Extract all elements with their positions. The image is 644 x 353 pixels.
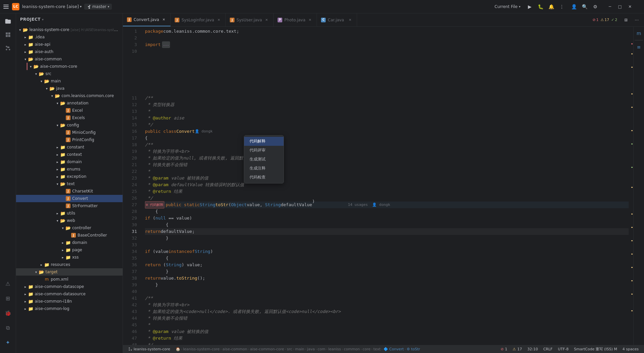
tree-item-aise-common-datasource[interactable]: 📁 aise-common-datasource bbox=[16, 290, 123, 298]
tree-item-text[interactable]: 📂 text bbox=[16, 180, 123, 188]
tab-sysuser[interactable]: J SysUser.java ✕ bbox=[226, 13, 274, 26]
status-ide-label: SmartCode 重写 (ISS) M bbox=[574, 347, 617, 352]
status-line-ending[interactable]: CRLF bbox=[540, 347, 555, 351]
more-tabs-button[interactable]: ⋯ bbox=[632, 15, 641, 25]
activity-item-problems[interactable]: ⚠ bbox=[2, 278, 14, 290]
project-name-label[interactable]: leaniss-system-core [aise] ▾ bbox=[22, 4, 82, 9]
debug-button[interactable]: 🐛 bbox=[536, 2, 545, 11]
tab-close-car[interactable]: ✕ bbox=[347, 17, 353, 23]
tab-car[interactable]: C Car.java ✕ bbox=[317, 13, 357, 26]
tree-item-aise-common-i18n[interactable]: 📁 aise-common-i18n bbox=[16, 298, 123, 305]
tree-item-aise-common-datasope[interactable]: 📁 aise-common-datascope bbox=[16, 283, 123, 290]
tree-item-minioconfig[interactable]: J MinioConfig bbox=[16, 129, 123, 136]
tree-item-domain[interactable]: 📁 domain bbox=[16, 158, 123, 165]
tree-item-excels[interactable]: J Excels bbox=[16, 114, 123, 121]
tree-item-xss[interactable]: 📁 xss bbox=[16, 254, 123, 261]
user-icon-button[interactable]: 👤 bbox=[569, 2, 579, 11]
tree-item-idea[interactable]: 📁 .idea bbox=[16, 33, 123, 41]
tree-item-aise-common-log[interactable]: 📁 aise-common-log bbox=[16, 305, 123, 312]
activity-item-terminal[interactable]: ⊞ bbox=[2, 292, 14, 304]
tree-item-excel[interactable]: J Excel bbox=[16, 107, 123, 114]
context-menu-item-gen-comment[interactable]: 生成注释 bbox=[244, 164, 284, 173]
context-menu-item-gen-test[interactable]: 生成测试 bbox=[244, 155, 284, 164]
activity-item-structure[interactable] bbox=[2, 29, 14, 41]
badge-warn[interactable]: ⚠ 17 bbox=[601, 18, 609, 22]
tree-item-aise-common-core[interactable]: 📂 aise-common-core bbox=[16, 63, 123, 70]
notification-button[interactable]: 🔔 bbox=[546, 2, 556, 11]
code-area[interactable]: package com.leaniss.common.core.text; im… bbox=[140, 27, 629, 345]
minimize-button[interactable]: ─ bbox=[605, 2, 615, 11]
status-error-icon: ⊘ bbox=[501, 347, 504, 351]
line-num-38: 38 bbox=[123, 275, 137, 282]
activity-item-ext[interactable]: ⧉ bbox=[2, 322, 14, 334]
tree-item-resources[interactable]: 📁 resources bbox=[16, 261, 123, 268]
tree-item-utils[interactable]: 📁 utils bbox=[16, 210, 123, 217]
settings-button[interactable]: ⚙ bbox=[591, 2, 600, 11]
status-item-project[interactable]: leaniss-system-core bbox=[126, 345, 173, 353]
tree-item-convert[interactable]: J Convert bbox=[16, 195, 123, 202]
tab-sysloginfor[interactable]: J SysLoginfor.java ✕ bbox=[171, 13, 226, 26]
status-encoding[interactable]: UTF-8 bbox=[555, 347, 571, 351]
tab-close-convert[interactable]: ✕ bbox=[161, 17, 166, 22]
status-position[interactable]: 32:10 bbox=[525, 347, 541, 351]
activity-item-git[interactable] bbox=[2, 42, 14, 54]
status-errors[interactable]: ⊘ 1 bbox=[498, 347, 510, 351]
tree-item-aise-auth[interactable]: 📁 aise-auth bbox=[16, 48, 123, 55]
run-button[interactable]: ▶ bbox=[525, 2, 534, 11]
tree-item-controller[interactable]: 📂 controller bbox=[16, 224, 123, 232]
context-menu-item-check[interactable]: 代码检查 bbox=[244, 173, 284, 182]
tree-item-charsetkit[interactable]: J CharsetKit bbox=[16, 188, 123, 195]
right-sidebar-icon-2[interactable]: ≡ bbox=[635, 43, 643, 51]
tree-item-pom[interactable]: m pom.xml bbox=[16, 276, 123, 283]
search-button[interactable]: 🔍 bbox=[580, 2, 589, 11]
tree-item-strformatter[interactable]: J StrFormatter bbox=[16, 202, 123, 210]
expand-tab-button[interactable]: ⊞ bbox=[621, 15, 631, 25]
tree-item-page[interactable]: 📁 page bbox=[16, 246, 123, 254]
more-button[interactable]: ⋮ bbox=[557, 2, 567, 11]
tree-item-annotation[interactable]: 📂 annotation bbox=[16, 99, 123, 107]
tree-item-config[interactable]: 📂 config bbox=[16, 121, 123, 129]
tree-item-aise-common[interactable]: 📂 aise-common bbox=[16, 55, 123, 63]
tree-item-target[interactable]: 📂 target bbox=[16, 268, 123, 276]
app-logo: LC bbox=[12, 3, 19, 10]
tree-item-context[interactable]: 📁 context bbox=[16, 151, 123, 158]
badge-ok[interactable]: ✓ 2 bbox=[611, 18, 617, 22]
tree-item-java[interactable]: 📂 java bbox=[16, 85, 123, 92]
tree-label-text: text bbox=[67, 182, 120, 186]
tree-item-web-domain[interactable]: 📁 domain bbox=[16, 239, 123, 246]
tree-item-web[interactable]: 📂 web bbox=[16, 217, 123, 224]
status-warnings[interactable]: ⚠ 17 bbox=[510, 347, 525, 351]
scroll-marker-error-1 bbox=[631, 43, 633, 44]
context-menu-item-review[interactable]: 代码评审 bbox=[244, 146, 284, 155]
activity-item-ai[interactable]: ✦ bbox=[2, 336, 14, 348]
badge-error[interactable]: ⊘ 1 bbox=[593, 18, 599, 22]
tree-item-basecontroller[interactable]: J BaseController bbox=[16, 232, 123, 239]
status-indent[interactable]: 4 spaces bbox=[620, 347, 642, 351]
tree-item-constant[interactable]: 📁 constant bbox=[16, 143, 123, 151]
status-ide[interactable]: SmartCode 重写 (ISS) M bbox=[571, 347, 620, 352]
right-sidebar-icon-1[interactable]: m bbox=[635, 29, 643, 37]
activity-item-debug[interactable]: 🐞 bbox=[2, 307, 14, 319]
hamburger-menu-icon[interactable] bbox=[3, 3, 9, 10]
context-menu-trigger[interactable]: ⚙ 代码解释 bbox=[145, 201, 164, 209]
tree-item-com-package[interactable]: 📂 com.leaniss.common.core bbox=[16, 92, 123, 99]
tree-item-enums[interactable]: 📁 enums bbox=[16, 165, 123, 173]
close-button[interactable]: ✕ bbox=[625, 2, 635, 11]
branch-selector[interactable]: master ▾ bbox=[84, 4, 112, 10]
context-menu-item-explain[interactable]: 代码解释 bbox=[244, 137, 284, 146]
activity-item-project[interactable] bbox=[2, 15, 14, 27]
tab-convert[interactable]: J Convert.java ✕ bbox=[123, 13, 171, 26]
tab-photo[interactable]: P Photo.java ✕ bbox=[274, 13, 317, 26]
tree-item-main[interactable]: 📂 main bbox=[16, 77, 123, 85]
tab-close-sysloginfor[interactable]: ✕ bbox=[216, 17, 221, 23]
tree-item-aise-api[interactable]: 📁 aise-api bbox=[16, 41, 123, 48]
maximize-button[interactable]: □ bbox=[615, 2, 625, 11]
sidebar-tree[interactable]: 📂 leaniss-system-core [aise] H:\AISE\lea… bbox=[16, 25, 123, 353]
tree-item-exception[interactable]: 📁 exception bbox=[16, 173, 123, 180]
current-file-button[interactable]: Current File ▾ bbox=[493, 4, 523, 10]
tab-close-photo[interactable]: ✕ bbox=[307, 17, 313, 23]
tab-close-sysuser[interactable]: ✕ bbox=[264, 17, 269, 23]
tree-item-printconfig[interactable]: J PrintConfig bbox=[16, 136, 123, 143]
tree-item-root[interactable]: 📂 leaniss-system-core [aise] H:\AISE\lea… bbox=[16, 26, 123, 33]
tree-item-src[interactable]: 📂 src bbox=[16, 70, 123, 77]
